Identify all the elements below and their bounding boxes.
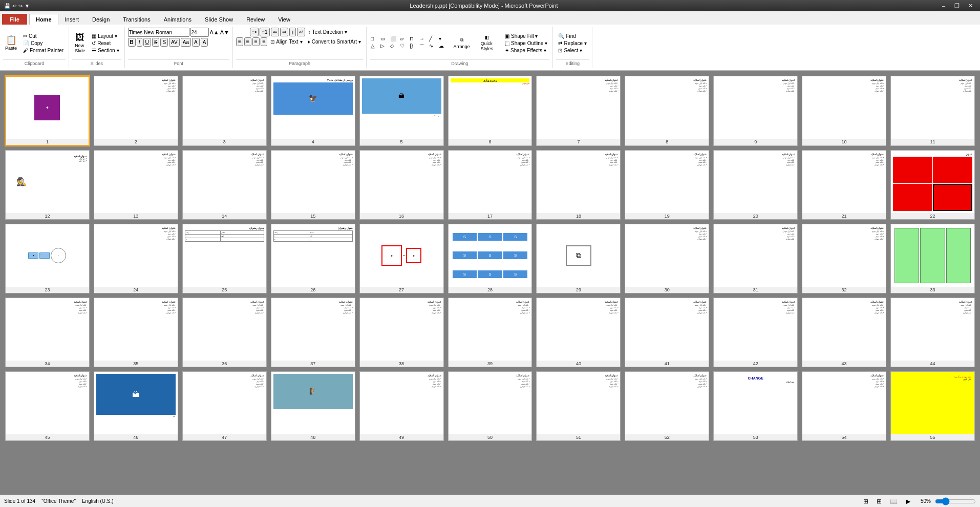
bullets-button[interactable]: ≡• [250, 28, 259, 36]
slide-thumb[interactable]: عنوان اسلاید • نکته اول مهم • نکته دوم •… [625, 224, 709, 293]
slide-thumb[interactable]: عنوان اسلاید • نکته اول مهم • نکته دوم •… [536, 298, 621, 367]
new-slide-button[interactable]: 🖼 New Slide [72, 28, 88, 58]
increase-font-icon[interactable]: A▲ [210, 29, 219, 35]
slide-thumb[interactable]: عنوان اسلاید • نکته اول مهم • نکته دوم •… [802, 224, 886, 293]
slide-thumb[interactable]: عنوان اسلاید • نکته اول مهم • نکته دوم •… [271, 298, 355, 367]
align-right-button[interactable]: ≡ [252, 37, 260, 46]
slide-sorter-button[interactable]: ⊞ [875, 497, 884, 506]
slide-thumb[interactable]: عنوان اسلاید • نکته اول مهم • نکته دوم •… [5, 298, 90, 367]
shape-heart[interactable]: ♡ [399, 43, 408, 51]
character-spacing-button[interactable]: AV [169, 38, 180, 47]
quick-access-toolbar[interactable]: 💾 ↩ ↪ ▼ [4, 3, 30, 9]
tab-file[interactable]: File [2, 14, 27, 25]
shape-arrow[interactable]: → [418, 35, 428, 42]
increase-indent-button[interactable]: ⇒ [280, 28, 288, 36]
close-button[interactable]: ✕ [965, 2, 976, 10]
slide-panel[interactable]: ✦ 1عنوان اسلاید • نکته اول مهم • نکته دو… [0, 71, 980, 495]
slide-thumb[interactable]: عنوان اسلاید • نکته اول مهم • نکته دوم •… [182, 150, 267, 220]
slideshow-button[interactable]: ▶ [904, 497, 912, 506]
section-button[interactable]: ☰ Section ▾ [90, 47, 121, 54]
redo-icon[interactable]: ↪ [18, 3, 23, 9]
tab-view[interactable]: View [271, 14, 297, 25]
slide-thumb[interactable]: عنوان اسلاید • نکته اول مهم • نکته دوم •… [802, 150, 886, 220]
justify-button[interactable]: ≡ [261, 37, 268, 46]
slide-thumb[interactable]: عنوان اسلاید • نکته اول مهم • نکته دوم •… [890, 298, 975, 367]
shape-diamond[interactable]: ◇ [389, 43, 398, 51]
slide-thumb[interactable]: عنوان اسلاید • نکته اول مهم • نکته دوم •… [536, 371, 621, 441]
align-left-button[interactable]: ≡ [236, 37, 243, 46]
shape-parallelogram[interactable]: ▱ [399, 35, 408, 42]
font-name-input[interactable] [128, 28, 189, 37]
slide-thumb[interactable]: عنوان اسلاید • نکته اول مهم • نکته دوم •… [448, 150, 532, 220]
slide-thumb[interactable]: عنوان اسلاید • نکته اول مهم • نکته دوم •… [713, 224, 798, 293]
slide-thumb[interactable]: جدول رهبران ردیفمقدار ۱الف ۲ب 25 [182, 224, 267, 293]
slide-thumb[interactable]: عنوان اسلاید • نکته اول مهم • نکته دوم •… [359, 150, 444, 220]
slide-thumb[interactable]: عنوان اسلاید • نکته اول مهم • نکته دوم •… [271, 150, 355, 220]
slide-thumb[interactable]: متن مهم به رنگ زرد متن ثانوی 55 [890, 371, 975, 441]
italic-button[interactable]: I [137, 38, 142, 47]
shape-triangle[interactable]: △ [370, 43, 379, 51]
find-button[interactable]: 🔍 Find [556, 33, 589, 39]
slide-thumb[interactable]: عنوان اسلاید • نکته اول مهم • نکته دوم •… [359, 298, 444, 367]
slide-thumb[interactable]: 🏔 متن اسلاید5 [359, 76, 444, 146]
slide-thumb[interactable]: عنوان اسلاید • نکته اول مهم • نکته دوم •… [536, 150, 621, 220]
slide-thumb[interactable]: عنوان اسلاید • نکته اول مهم • نکته دوم •… [625, 150, 709, 220]
convert-smartart-button[interactable]: ♦ Convert to SmartArt ▾ [306, 38, 363, 45]
shape-rounded[interactable]: ▭ [379, 35, 389, 42]
shape-snip[interactable]: ⬜ [389, 35, 398, 42]
tab-design[interactable]: Design [86, 14, 116, 25]
slide-thumb[interactable]: عنوان اسلاید • نکته اول مهم • نکته دوم •… [94, 76, 178, 146]
select-button[interactable]: ⊡ Select ▾ [556, 47, 589, 54]
shape-cylinder[interactable]: ⊓ [409, 35, 418, 42]
window-controls[interactable]: – ❐ ✕ [938, 2, 976, 10]
decrease-indent-button[interactable]: ⇐ [271, 28, 279, 36]
shape-effects-button[interactable]: ✦ Shape Effects ▾ [503, 47, 549, 54]
slide-thumb[interactable]: ✦ 1 [5, 76, 90, 146]
tab-insert[interactable]: Insert [58, 14, 86, 25]
strikethrough-button[interactable]: S [152, 38, 160, 47]
slide-thumb[interactable]: عنوان اسلاید • نکته اول مهم • نکته دوم •… [359, 371, 444, 441]
slide-thumb[interactable]: عنوان اسلاید • نکته اول مهم • نکته دوم •… [890, 76, 975, 146]
quick-styles-button[interactable]: ◧ Quick Styles [474, 28, 500, 58]
shape-rect[interactable]: □ [370, 35, 379, 42]
layout-button[interactable]: ▦ Layout ▾ [90, 33, 121, 39]
paste-button[interactable]: 📋 Paste [3, 28, 19, 58]
slide-thumb[interactable]: ◈ ↔ ◈ 27 [359, 224, 444, 293]
shape-outline-button[interactable]: ⬚ Shape Outline ▾ [503, 40, 549, 47]
tab-transitions[interactable]: Transitions [116, 14, 157, 25]
font-color-button[interactable]: A [201, 38, 208, 47]
slide-thumb[interactable]: عنوان 22 [890, 150, 975, 220]
rtl-button[interactable]: ↵ [297, 28, 305, 36]
slide-thumb[interactable]: عنوان اسلاید • نکته اول مهم • نکته دوم •… [625, 371, 709, 441]
slide-thumb[interactable]: عنوان اسلاید • نکته اول مهم • نکته دوم •… [625, 298, 709, 367]
undo-icon[interactable]: ↩ [12, 3, 16, 9]
slide-thumb[interactable]: ▣ ↔ ○ 23 [5, 224, 90, 293]
shape-cloud[interactable]: ☁ [438, 43, 447, 51]
columns-button[interactable]: ⫿ [289, 28, 296, 36]
slide-thumb[interactable]: جدول رهبران ردیفمقدار ۱الف ۲ب 26 [271, 224, 355, 293]
slide-thumb[interactable]: عنوان اسلاید • نکته اول مهم • نکته دوم •… [625, 76, 709, 146]
clear-formatting-button[interactable]: A [192, 38, 200, 47]
font-size-input[interactable] [190, 28, 209, 37]
slide-thumb[interactable]: 33 [890, 224, 975, 293]
slide-thumb[interactable]: عنوان اسلاید • نکته اول مهم • نکته دوم •… [802, 298, 886, 367]
slide-thumb[interactable]: عنوان اسلاید • نکته اول مهم • نکته دوم •… [713, 298, 798, 367]
slide-thumb[interactable]: بررسی از مشاغل ماه V 🦅 4 [271, 76, 355, 146]
slide-thumb[interactable]: رهبری بهاری متن مهم6 [448, 76, 532, 146]
copy-button[interactable]: 📄 Copy [21, 40, 66, 47]
slide-thumb[interactable]: عنوان اسلاید • نکته اول مهم • نکته دوم •… [713, 150, 798, 220]
shadow-button[interactable]: S [160, 38, 168, 47]
slide-thumb[interactable]: عنوان اسلاید • نکته اول مهم • نکته دوم •… [536, 76, 621, 146]
slide-thumb[interactable]: عنوان اسلاید • نکته اول مهم • نکته دوم •… [94, 224, 178, 293]
slide-thumb[interactable]: عنوان اسلاید • نکته اول مهم • نکته دوم •… [802, 76, 886, 146]
slide-thumb[interactable]: SSSSSSSSS 28 [448, 224, 532, 293]
slide-thumb[interactable]: عنوان اسلاید • نکته اول مهم • نکته دوم •… [448, 298, 532, 367]
slide-thumb[interactable]: ⧉ 29 [536, 224, 621, 293]
underline-button[interactable]: U [143, 38, 151, 47]
tab-home[interactable]: Home [29, 14, 58, 25]
slide-thumb[interactable]: عنوان اسلاید • نکته اول مهم • نکته دوم •… [5, 371, 90, 441]
tab-review[interactable]: Review [240, 14, 271, 25]
cut-button[interactable]: ✂ Cut [21, 33, 66, 39]
change-case-button[interactable]: Aa [181, 38, 191, 47]
save-icon[interactable]: 💾 [4, 3, 10, 9]
